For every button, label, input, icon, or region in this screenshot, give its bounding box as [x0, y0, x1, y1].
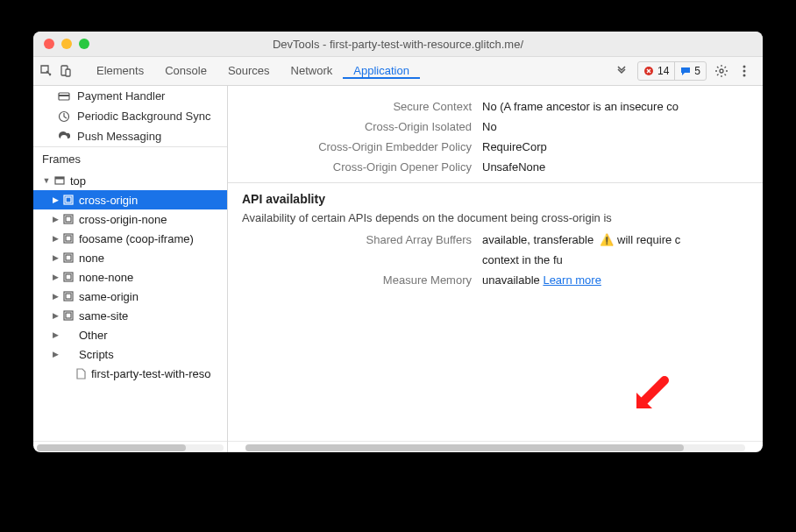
frames-heading: Frames — [33, 146, 227, 171]
tab-console[interactable]: Console — [154, 64, 217, 79]
disclosure-icon[interactable]: ▶ — [49, 273, 61, 281]
tab-application[interactable]: Application — [343, 64, 420, 79]
frame-icon — [61, 272, 75, 282]
error-count: 14 — [657, 65, 669, 77]
svg-rect-15 — [66, 216, 71, 222]
svg-rect-11 — [55, 177, 64, 180]
window-title: DevTools - first-party-test-with-resourc… — [33, 38, 763, 51]
service-icon — [58, 90, 70, 103]
sab-warning: will require c — [617, 233, 680, 246]
mm-value: unavailable — [482, 273, 540, 287]
service-push-messaging[interactable]: Push Messaging — [33, 126, 227, 146]
api-heading: API availablity — [242, 192, 763, 206]
frame-icon — [53, 175, 67, 186]
svg-rect-19 — [66, 255, 71, 260]
tree-top[interactable]: ▼top — [33, 171, 227, 190]
tab-elements[interactable]: Elements — [86, 64, 154, 79]
tree-item-foosame-coop-iframe-[interactable]: ▶foosame (coop-iframe) — [33, 229, 227, 248]
disclosure-icon[interactable]: ▶ — [49, 330, 61, 339]
warning-icon — [600, 233, 617, 246]
svg-rect-13 — [66, 197, 71, 202]
detail-panel: Secure ContextNo (A frame ancestor is an… — [228, 86, 763, 452]
frame-icon — [61, 291, 75, 301]
svg-point-6 — [743, 74, 746, 77]
frame-icon — [74, 368, 88, 379]
learn-more-link[interactable]: Learn more — [543, 273, 601, 287]
api-description: Availability of certain APIs depends on … — [242, 211, 763, 224]
sab-value: available, transferable — [482, 233, 593, 246]
sidebar: Payment HandlerPeriodic Background SyncP… — [33, 86, 228, 452]
svg-point-4 — [743, 66, 746, 68]
devtools-window: DevTools - first-party-test-with-resourc… — [33, 32, 763, 452]
svg-rect-17 — [66, 236, 71, 241]
tree-leaf-script[interactable]: first-party-test-with-reso — [33, 364, 227, 383]
more-tabs-icon[interactable] — [611, 66, 632, 76]
detail-row: Cross-Origin Embedder PolicyRequireCorp — [228, 140, 763, 153]
svg-rect-23 — [66, 294, 71, 299]
close-window-icon[interactable] — [44, 39, 54, 49]
frame-icon — [61, 214, 75, 224]
tab-sources[interactable]: Sources — [217, 64, 281, 79]
sab-continued: context in the fu — [482, 253, 563, 266]
tree-item-same-site[interactable]: ▶same-site — [33, 306, 227, 325]
service-icon — [58, 131, 70, 143]
toolbar: ElementsConsoleSourcesNetworkApplication… — [33, 57, 763, 86]
svg-rect-1 — [66, 69, 70, 76]
service-periodic-background-sync[interactable]: Periodic Background Sync — [33, 106, 227, 126]
titlebar: DevTools - first-party-test-with-resourc… — [33, 32, 763, 57]
message-count: 5 — [694, 65, 700, 77]
tree-item-other[interactable]: ▶Other — [33, 325, 227, 344]
tree-item-none-none[interactable]: ▶none-none — [33, 267, 227, 287]
sidebar-scrollbar[interactable] — [33, 441, 227, 452]
sab-key: Shared Array Buffers — [228, 233, 482, 246]
kebab-menu-icon[interactable] — [736, 63, 752, 79]
traffic-lights — [44, 39, 89, 49]
svg-rect-21 — [66, 274, 71, 280]
settings-icon[interactable] — [714, 63, 729, 79]
tree-item-same-origin[interactable]: ▶same-origin — [33, 287, 227, 306]
frame-icon — [61, 252, 75, 263]
tree-item-scripts[interactable]: ▶Scripts — [33, 344, 227, 364]
main-scrollbar[interactable] — [228, 441, 763, 452]
tree-item-none[interactable]: ▶none — [33, 248, 227, 267]
svg-point-3 — [720, 69, 723, 73]
disclosure-icon[interactable]: ▶ — [49, 350, 61, 358]
svg-rect-8 — [59, 95, 69, 96]
tree-item-cross-origin-none[interactable]: ▶cross-origin-none — [33, 209, 227, 229]
service-payment-handler[interactable]: Payment Handler — [33, 86, 227, 106]
inspect-icon[interactable] — [39, 63, 54, 79]
svg-point-5 — [743, 70, 746, 73]
mm-key: Measure Memory — [228, 273, 482, 287]
frame-icon — [61, 233, 75, 244]
frame-icon — [61, 195, 75, 205]
tab-network[interactable]: Network — [281, 64, 344, 79]
disclosure-icon[interactable]: ▶ — [49, 195, 61, 204]
issues-pill[interactable]: 14 5 — [637, 61, 707, 81]
disclosure-icon[interactable]: ▶ — [49, 215, 61, 223]
detail-row: Cross-Origin Opener PolicyUnsafeNone — [228, 160, 763, 174]
detail-row: Secure ContextNo (A frame ancestor is an… — [228, 100, 763, 113]
zoom-window-icon[interactable] — [79, 39, 89, 49]
disclosure-icon[interactable]: ▶ — [49, 292, 61, 301]
disclosure-icon[interactable]: ▶ — [49, 234, 61, 243]
device-toggle-icon[interactable] — [58, 63, 74, 79]
detail-row: Cross-Origin IsolatedNo — [228, 120, 763, 133]
service-icon — [58, 110, 70, 123]
svg-rect-25 — [66, 313, 71, 318]
tree-item-cross-origin[interactable]: ▶cross-origin — [33, 190, 227, 209]
disclosure-icon[interactable]: ▶ — [49, 311, 61, 320]
disclosure-icon[interactable]: ▶ — [49, 253, 61, 262]
disclosure-icon[interactable]: ▼ — [40, 176, 53, 185]
frame-icon — [61, 310, 75, 321]
minimize-window-icon[interactable] — [61, 39, 72, 49]
